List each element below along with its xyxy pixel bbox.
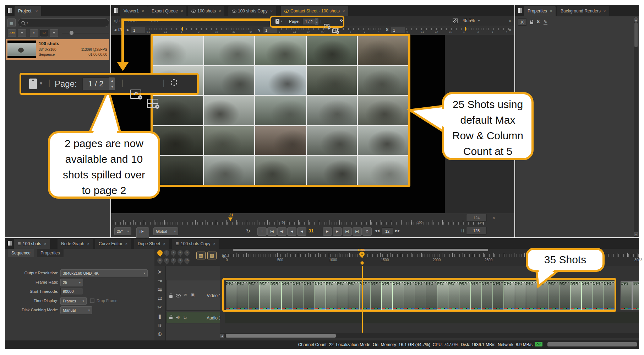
unlock-icon[interactable] [530, 22, 533, 24]
tag-icon[interactable] [29, 79, 37, 89]
clear-shot-selection-icon[interactable]: ↶× [130, 90, 141, 99]
contact-sheet-shot[interactable] [358, 66, 408, 95]
tab-timeline-100-shots[interactable]: ≣100 shots× [14, 239, 50, 249]
slip-tool-icon[interactable]: ⇄ [154, 295, 165, 302]
close-icon[interactable]: × [87, 242, 89, 246]
marker-pin-5[interactable]: 5 [184, 250, 190, 256]
page-field[interactable]: 1 / 2 [82, 77, 109, 90]
pane-icon[interactable] [114, 8, 118, 13]
sort-order-button[interactable]: ≡ [18, 29, 26, 37]
close-icon[interactable]: × [44, 242, 46, 246]
contact-sheet-shot[interactable] [255, 96, 306, 125]
page-spinner[interactable]: ▲ ▼ [315, 18, 318, 25]
tag-dropdown-icon[interactable]: ▾ [40, 80, 42, 86]
viewer-playhead[interactable] [228, 217, 233, 221]
video-track-header[interactable]: ≋ ▣ Video 1 [166, 280, 225, 311]
speaker-icon[interactable]: ◀) [176, 315, 180, 319]
sort-az-button[interactable]: Az▾ [8, 29, 16, 37]
trim-tool-icon[interactable]: ↹ [154, 286, 165, 293]
search-dropdown-icon[interactable]: ▾ [27, 21, 28, 25]
pane-icon[interactable] [7, 8, 12, 13]
transport-button-left-3[interactable]: ◀ [287, 227, 296, 236]
close-icon[interactable]: × [219, 9, 221, 13]
tab-viewer1[interactable]: Viewer1× [120, 6, 148, 16]
clear-contact-sheet-icon[interactable]: × [332, 28, 338, 33]
close-icon[interactable]: × [181, 9, 183, 13]
timeline-hscrollbar-thumb[interactable] [226, 334, 336, 338]
range-mode-select[interactable]: Global▾ [153, 227, 178, 235]
tab-export-queue[interactable]: Export Queue× [148, 6, 186, 16]
contact-sheet-shot[interactable] [204, 66, 255, 95]
timeline-clip[interactable]: V1-00 [621, 281, 632, 310]
contact-sheet-shot[interactable] [307, 96, 357, 125]
grid-view-button[interactable]: ∷ [30, 29, 38, 37]
bottom-scrollbar-thumb[interactable] [547, 342, 637, 346]
tag-icon[interactable] [275, 19, 279, 24]
properties-scrollbar[interactable]: ▲ ▼ [634, 17, 638, 237]
clear-shot-selection-icon[interactable]: ↶× [324, 24, 329, 28]
contact-sheet-shot[interactable] [307, 36, 357, 65]
transport-button-left-1[interactable]: |◀ [267, 227, 277, 236]
subtab-properties[interactable]: Properties [37, 249, 64, 257]
frame-rate-select[interactable]: 25▾ [60, 279, 83, 286]
timeline-hscrollbar[interactable]: ◀ [220, 333, 639, 338]
transport-button-left-2[interactable]: ◀| [277, 227, 286, 236]
select-tool-icon[interactable]: ➤ [154, 269, 165, 275]
tab-curve-editor[interactable]: Curve Editor× [95, 239, 131, 249]
skip-back-button[interactable]: ◀◀ [375, 229, 380, 232]
tab-dope-sheet[interactable]: Dope Sheet× [134, 239, 169, 249]
timeline-clip[interactable]: V1-00 [632, 281, 639, 310]
expand-chevron-icon[interactable]: » [491, 217, 497, 219]
start-timecode-input[interactable]: 90000 [60, 288, 83, 295]
edit-icon[interactable]: ✎ [544, 19, 547, 25]
pane-icon[interactable] [7, 241, 12, 246]
contact-sheet-shot[interactable] [204, 96, 255, 125]
close-icon[interactable]: × [213, 242, 215, 246]
slide-tool-icon[interactable]: ✂ [154, 304, 165, 311]
layers-icon[interactable]: ≋ [184, 292, 187, 297]
contact-sheet-shot[interactable] [255, 66, 306, 95]
contact-sheet-shot[interactable] [153, 36, 203, 65]
tab-node-graph[interactable]: Node Graph× [58, 239, 93, 249]
zoom-level[interactable]: 45.5% [463, 18, 475, 23]
time-display-select[interactable]: Frames▾ [60, 297, 87, 305]
marker-pin-4[interactable]: 4 [178, 250, 183, 256]
transport-button-right-0[interactable]: ▶ [323, 227, 332, 236]
out-point-field[interactable]: 125 [466, 227, 487, 235]
contact-sheet-shot[interactable] [153, 96, 203, 125]
clear-contact-sheet-icon[interactable]: × [147, 99, 158, 108]
pane-icon[interactable] [518, 8, 522, 13]
contact-sheet-shot[interactable] [153, 126, 203, 155]
contact-sheet-shot[interactable] [255, 126, 306, 155]
contact-sheet-shot[interactable] [204, 156, 255, 185]
contact-sheet-shot[interactable] [358, 36, 408, 65]
close-icon[interactable]: × [343, 9, 345, 13]
thumb-size-slider[interactable] [62, 33, 109, 33]
close-icon[interactable]: × [604, 9, 606, 13]
transport-button-right-1[interactable]: ▶ [333, 227, 342, 236]
tab-timeline-100-shots-copy[interactable]: ≣100 shots Copy× [172, 239, 219, 249]
project-view-toggle-button[interactable]: ▦ [7, 18, 16, 27]
contact-sheet-shot[interactable] [307, 156, 357, 185]
tab-project[interactable]: Project × [15, 6, 41, 16]
disk-caching-select[interactable]: Manual▾ [60, 306, 92, 314]
tab-background-renders[interactable]: Background Renders× [557, 6, 609, 16]
zoom-dropdown-icon[interactable]: ▾ [478, 19, 480, 22]
viewer-frame-ruler[interactable]: 50 100 124 31 124 » [111, 213, 514, 225]
loop-mode-icon[interactable]: ↻ [246, 228, 250, 234]
project-item[interactable]: 100 shots 3840x2160 Sequence 11309f @25F… [6, 39, 109, 60]
transport-button-left-0[interactable]: I [257, 227, 267, 236]
marker-pin-3[interactable]: 3 [171, 250, 176, 256]
transport-button-right-3[interactable]: ▶| [353, 227, 362, 236]
exposure-next-icon[interactable]: ▶ [127, 28, 129, 32]
close-icon[interactable]: × [550, 9, 552, 13]
contact-sheet-shot[interactable] [358, 96, 408, 125]
join-tool-icon[interactable]: ≋ [154, 322, 165, 328]
skip-value-field[interactable]: 12 [382, 227, 393, 235]
contact-sheet-shot[interactable] [255, 156, 306, 185]
close-icon[interactable]: × [125, 242, 127, 246]
detail-view-button[interactable]: ∺ [40, 29, 48, 37]
search-input[interactable]: ▾ [18, 18, 109, 27]
contact-sheet-shot[interactable] [358, 126, 408, 155]
skip-fwd-button[interactable]: ▶▶ [395, 229, 400, 232]
